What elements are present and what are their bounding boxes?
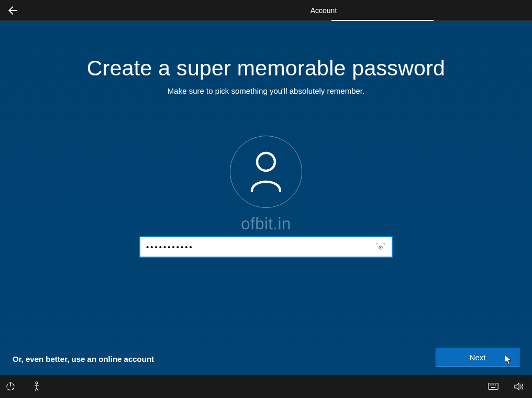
keyboard-icon: [488, 383, 498, 390]
svg-rect-10: [491, 388, 495, 389]
title-bar: Account: [0, 0, 532, 21]
next-button[interactable]: Next: [436, 348, 519, 367]
power-icon: [5, 381, 16, 392]
watermark-text: ofbit.in: [241, 215, 291, 234]
reveal-password-button[interactable]: [375, 241, 386, 253]
svg-rect-7: [492, 385, 493, 386]
online-account-link[interactable]: Or, even better, use an online account: [13, 355, 154, 363]
eye-icon: [375, 244, 386, 251]
user-icon: [249, 151, 283, 192]
ease-of-access-button[interactable]: [5, 381, 16, 392]
svg-point-0: [257, 153, 275, 171]
taskbar: [0, 375, 532, 398]
avatar: [230, 136, 302, 208]
password-field-wrap: [139, 236, 393, 258]
svg-point-4: [36, 382, 38, 384]
accessibility-icon: [31, 381, 42, 392]
subtitle: Make sure to pick something you'll absol…: [168, 86, 364, 95]
keyboard-button[interactable]: [488, 381, 498, 392]
main-content: Create a super memorable password Make s…: [0, 21, 532, 375]
speaker-icon: [514, 382, 525, 391]
svg-rect-8: [493, 385, 494, 386]
back-button[interactable]: [2, 0, 23, 21]
svg-point-2: [380, 247, 381, 248]
next-button-label: Next: [470, 353, 486, 362]
password-input[interactable]: [140, 237, 392, 257]
svg-rect-5: [489, 383, 498, 390]
page-title: Account: [235, 6, 413, 15]
headline: Create a super memorable password: [87, 56, 445, 81]
svg-rect-9: [495, 385, 496, 386]
volume-button[interactable]: [514, 381, 525, 392]
svg-rect-6: [490, 385, 491, 386]
back-arrow-icon: [6, 4, 19, 17]
accessibility-button[interactable]: [31, 381, 42, 392]
